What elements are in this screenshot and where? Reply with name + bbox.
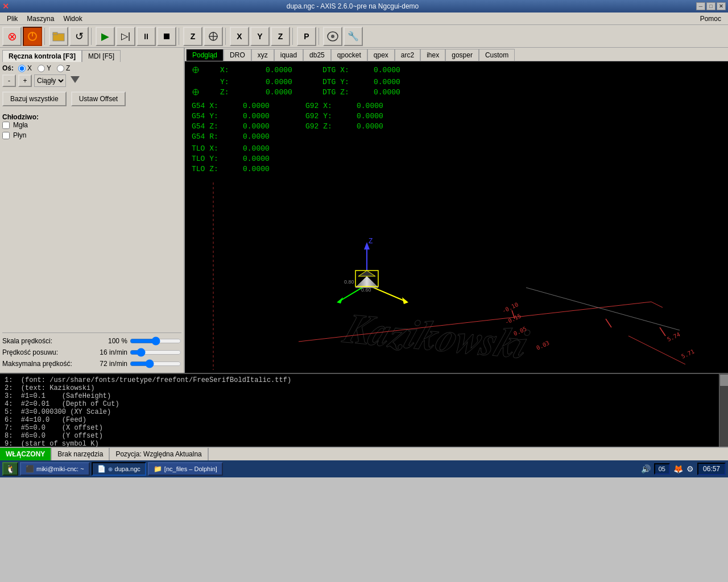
state-label: WŁĄCZONY	[6, 450, 45, 458]
code-panel[interactable]: 1: (font: /usr/share/fonts/truetype/free…	[0, 373, 728, 447]
menu-plik[interactable]: Plik	[2, 14, 22, 24]
tab-custom[interactable]: Custom	[479, 49, 515, 61]
control-tabs: Ręczna kontrola [F3] MDI [F5]	[2, 50, 181, 62]
jog-mode-select[interactable]: Ciągły	[34, 74, 66, 87]
taskbar-app-dolphin[interactable]: 📁 [nc_files – Dolphin]	[148, 462, 223, 476]
axis-row: Oś: X Y Z	[2, 64, 181, 72]
tool-button[interactable]: 🔧	[344, 27, 363, 46]
maxspeed-label: Maksymalna prędkość:	[2, 360, 93, 368]
tab-gosper[interactable]: gosper	[445, 49, 479, 61]
sep5	[292, 28, 295, 45]
taskbar-app-file[interactable]: 📄 ⊕ dupa.ngc	[92, 462, 146, 476]
radio-z-input[interactable]	[57, 65, 64, 72]
menu-maszyna[interactable]: Maszyna	[22, 14, 59, 24]
axis-z-radio[interactable]: Z	[57, 64, 70, 72]
status-position: Pozycja: Względna Aktualna	[110, 448, 208, 460]
svg-rect-3	[53, 32, 57, 35]
settings-icon[interactable]: ⚙	[686, 464, 694, 473]
tab-mdi[interactable]: MDI [F5]	[82, 50, 121, 62]
tab-ihex[interactable]: ihex	[420, 49, 445, 61]
start-button[interactable]: 🐧	[2, 462, 18, 476]
sep3	[179, 28, 181, 45]
close-button[interactable]: ✕	[717, 2, 726, 10]
view-tabs: Podgląd DRO xyz iquad db25 qpocket qpex …	[185, 48, 728, 61]
g54-z-val: 0.0000	[243, 122, 288, 131]
posuw-row: Prędkość posuwu: 16 in/min	[2, 348, 181, 357]
tab-podglad[interactable]: Podgląd	[186, 49, 224, 61]
mgla-label: Mgła	[13, 121, 28, 129]
status-tool: Brak narzędzia	[52, 448, 110, 460]
jog-minus-button[interactable]: -	[2, 74, 16, 87]
action-row: Bazuj wszystkie Ustaw Offset	[2, 92, 181, 106]
axis-x-button[interactable]: X	[230, 27, 249, 46]
axis-z-button[interactable]: Z	[271, 27, 290, 46]
tab-iquad[interactable]: iquad	[274, 49, 303, 61]
skala-slider[interactable]	[130, 336, 181, 346]
plyn-checkbox[interactable]	[2, 132, 10, 139]
step-button[interactable]: ⏸	[136, 27, 156, 46]
reload-button[interactable]: ↺	[69, 27, 89, 46]
dro-dtg-y-val: 0.0000	[374, 78, 419, 86]
run-button[interactable]: ▶	[96, 27, 115, 46]
code-scrollbar-thumb[interactable]	[720, 375, 728, 386]
tab-reczna-kontrola[interactable]: Ręczna kontrola [F3]	[2, 50, 82, 62]
pause-button[interactable]: ⏹	[157, 27, 176, 46]
spacer	[2, 142, 181, 332]
posuw-label: Prędkość posuwu:	[2, 348, 93, 356]
firefox-icon[interactable]: 🦊	[673, 464, 683, 473]
jog-plus-button[interactable]: +	[18, 74, 32, 87]
dolphin-label: [nc_files – Dolphin]	[164, 465, 217, 472]
ustaw-button[interactable]: Ustaw Offset	[71, 92, 126, 106]
g92-x-label: G92 X:	[305, 102, 345, 110]
svg-text:0.60: 0.60	[361, 287, 371, 293]
axis-y-radio[interactable]: Y	[38, 64, 51, 72]
g92-y-label: G92 Y:	[305, 112, 345, 120]
terminal-label: miki@miki-cnc: ~	[36, 465, 84, 472]
open-button[interactable]	[49, 27, 68, 46]
tlo-x-row: TLO X: 0.0000	[192, 144, 721, 153]
bazuj-button[interactable]: Bazuj wszystkie	[2, 92, 67, 106]
run-from-button[interactable]: ▷|	[116, 27, 135, 46]
touchoff-icon	[208, 31, 219, 42]
code-line-7: 7: #5=0.0 (X offset)	[5, 424, 723, 432]
taskbar-app-terminal[interactable]: ⬛ miki@miki-cnc: ~	[20, 462, 90, 476]
maximize-button[interactable]: □	[706, 2, 715, 10]
toolbar: ⊗ ↺ ▶ ▷| ⏸ ⏹ Z X Y Z P 🔧	[0, 25, 728, 48]
viewport[interactable]: Kazikowski -0.15	[185, 180, 728, 373]
menu-pomoc[interactable]: Pomoc	[696, 14, 726, 24]
radio-x-input[interactable]	[18, 65, 26, 72]
z-button[interactable]: Z	[183, 27, 202, 46]
tab-qpocket[interactable]: qpocket	[331, 49, 367, 61]
tab-qpex[interactable]: qpex	[367, 49, 395, 61]
maxspeed-slider[interactable]	[130, 359, 181, 368]
code-line-8: 8: #6=0.0 (Y offset)	[5, 432, 723, 440]
tlo-z-label: TLO Z:	[192, 165, 231, 173]
sep2	[91, 28, 93, 45]
tab-arc2[interactable]: arc2	[395, 49, 420, 61]
minimize-button[interactable]: ─	[696, 2, 705, 10]
position-label: Pozycja: Względna Aktualna	[115, 450, 201, 458]
tab-db25[interactable]: db25	[303, 49, 331, 61]
radio-y-input[interactable]	[38, 65, 45, 72]
sep1	[44, 28, 47, 45]
tlo-y-label: TLO Y:	[192, 155, 231, 163]
axis-x-radio[interactable]: X	[18, 64, 32, 72]
mgla-checkbox[interactable]	[2, 122, 10, 129]
estop-button[interactable]: ⊗	[2, 27, 22, 46]
sep6	[318, 28, 321, 45]
posuw-slider[interactable]	[130, 348, 181, 357]
axis-y-button[interactable]: Y	[250, 27, 270, 46]
power-button[interactable]	[23, 27, 42, 46]
camera-button[interactable]	[323, 27, 342, 46]
tab-xyz[interactable]: xyz	[251, 49, 274, 61]
inhibit-button[interactable]: P	[297, 27, 316, 46]
statusbar: WŁĄCZONY Brak narzędzia Pozycja: Względn…	[0, 447, 728, 460]
tray-icon-1[interactable]: 🔊	[641, 464, 651, 473]
menu-widok[interactable]: Widok	[59, 14, 86, 24]
crosshair-button[interactable]	[204, 27, 223, 46]
code-line-1: 1: (font: /usr/share/fonts/truetype/free…	[5, 376, 723, 384]
tab-dro[interactable]: DRO	[224, 49, 251, 61]
code-line-5: 5: #3=0.000300 (XY Scale)	[5, 408, 723, 416]
g54-g92-section: G54 X: 0.0000 G92 X: 0.0000 G54 Y: 0.000…	[192, 102, 721, 141]
code-scrollbar[interactable]	[719, 374, 728, 447]
